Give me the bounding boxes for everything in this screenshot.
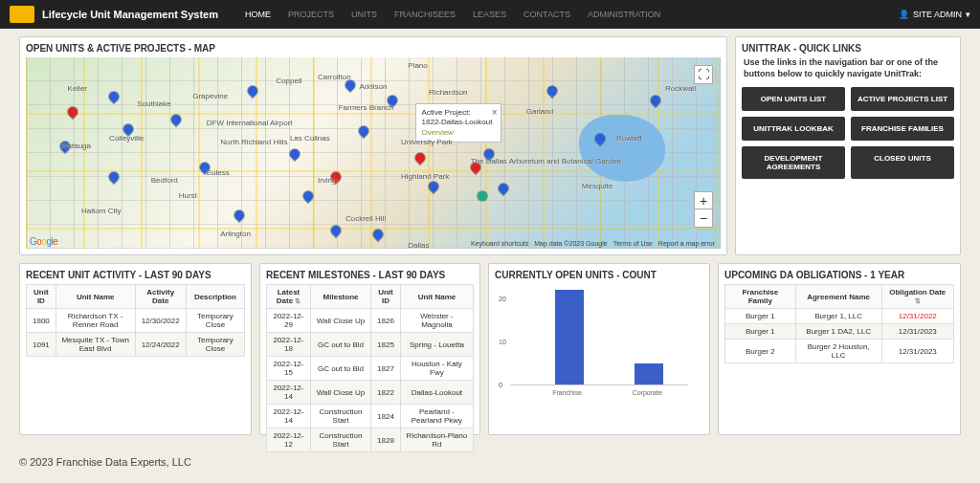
col-header[interactable]: Unit Name <box>56 285 135 309</box>
map-pin[interactable] <box>357 124 370 138</box>
map-pin[interactable] <box>301 189 315 203</box>
ql-closed-units[interactable]: CLOSED UNITS <box>851 146 954 179</box>
map-pin[interactable] <box>288 147 301 161</box>
map-pin[interactable] <box>329 224 343 237</box>
table-row[interactable]: 2022-12-14Construction Start1824Pearland… <box>267 405 474 428</box>
col-header[interactable]: Latest Date <box>267 285 311 309</box>
y-tick: 20 <box>499 296 506 302</box>
map-label: Plano <box>408 61 427 70</box>
cell: 1091 <box>27 333 56 357</box>
nav-contacts[interactable]: CONTACTS <box>516 4 578 25</box>
map-label: Hurst <box>179 191 197 200</box>
cell: Construction Start <box>310 405 370 428</box>
milestones-panel: RECENT MILESTONES - LAST 90 DAYS Latest … <box>259 263 480 435</box>
cell: GC out to Bid <box>310 357 370 381</box>
cell: 2022-12-29 <box>267 309 311 333</box>
caret-down-icon: ▾ <box>966 10 970 19</box>
cell: 1827 <box>371 357 401 381</box>
ql-open-units-list[interactable]: OPEN UNITS LIST <box>742 87 845 111</box>
ql-unittrak-lookbak[interactable]: UNITTRAK LOOKBAK <box>742 117 845 141</box>
popup-overview-link[interactable]: Overview <box>422 128 495 138</box>
nav-units[interactable]: UNITS <box>344 4 385 25</box>
map-label: Colleyville <box>109 134 144 143</box>
map-label: Las Colinas <box>290 134 330 143</box>
cell: Burger 1 <box>725 309 796 324</box>
map-pin[interactable] <box>412 151 426 165</box>
col-header[interactable]: Unit Name <box>400 285 473 309</box>
map-pin[interactable] <box>169 113 183 126</box>
map-footer-link[interactable]: Keyboard shortcuts <box>471 240 528 247</box>
map-label: DFW International Airport <box>207 119 293 127</box>
map-footer-link[interactable]: Map data ©2023 Google <box>534 240 607 247</box>
map-label: Carrollton <box>318 73 351 81</box>
app-logo <box>10 6 34 23</box>
milestones-title: RECENT MILESTONES - LAST 90 DAYS <box>266 270 474 280</box>
nav-franchisees[interactable]: FRANCHISEES <box>387 4 463 25</box>
da-title: UPCOMING DA OBLIGATIONS - 1 YEAR <box>724 270 954 280</box>
map-pin[interactable] <box>246 84 259 98</box>
ql-active-projects-list[interactable]: ACTIVE PROJECTS LIST <box>851 87 954 111</box>
map-label: Arlington <box>220 230 251 238</box>
table-row[interactable]: 1091Mesquite TX - Town East Blvd12/24/20… <box>27 333 245 357</box>
map-pin[interactable] <box>65 105 78 119</box>
col-header[interactable]: Unit ID <box>371 285 401 309</box>
table-row[interactable]: 1800Richardson TX - Renner Road12/30/202… <box>27 309 245 333</box>
zoom-in-button[interactable]: + <box>695 192 712 209</box>
cell: Construction Start <box>310 428 370 452</box>
cell: Mesquite TX - Town East Blvd <box>56 333 135 357</box>
popup-title: Active Project: <box>422 108 495 118</box>
nav-list: HOMEPROJECTSUNITSFRANCHISEESLEASESCONTAC… <box>237 4 668 25</box>
map-footer-link[interactable]: Terms of Use <box>613 240 653 247</box>
user-menu[interactable]: 👤 SITE ADMIN ▾ <box>899 10 970 19</box>
map-label: Dallas <box>408 241 429 249</box>
map-pin[interactable] <box>478 191 487 201</box>
col-header[interactable]: Franchise Family <box>725 285 796 309</box>
table-row[interactable]: 2022-12-15GC out to Bid1827Houston - Kat… <box>267 357 474 381</box>
map-pin[interactable] <box>427 180 440 193</box>
quicklinks-instruction: Use the links in the navigation bar or o… <box>744 57 952 79</box>
col-header[interactable]: Unit ID <box>27 285 56 309</box>
table-row[interactable]: Burger 1Burger 1, LLC12/31/2022 <box>725 309 954 324</box>
zoom-out-button[interactable]: − <box>695 209 712 227</box>
map-pin[interactable] <box>497 182 510 195</box>
col-header[interactable]: Obligation Date <box>881 285 953 309</box>
map-pin[interactable] <box>107 90 121 103</box>
nav-home[interactable]: HOME <box>237 4 278 25</box>
fullscreen-button[interactable]: ⛶ <box>694 65 713 84</box>
map-label: Irving <box>318 176 337 185</box>
table-row[interactable]: Burger 1Burger 1 DA2, LLC12/31/2023 <box>725 324 954 340</box>
nav-leases[interactable]: LEASES <box>465 4 514 25</box>
cell: 2022-12-14 <box>267 405 311 428</box>
table-row[interactable]: 2022-12-14Wall Close Up1822Dallas-Lookou… <box>267 381 474 405</box>
recent-activity-title: RECENT UNIT ACTIVITY - LAST 90 DAYS <box>26 270 245 280</box>
map-pin[interactable] <box>371 228 385 241</box>
col-header[interactable]: Milestone <box>310 285 370 309</box>
nav-projects[interactable]: PROJECTS <box>280 4 342 25</box>
ql-franchise-families[interactable]: FRANCHISE FAMILIES <box>851 117 954 141</box>
map-pin[interactable] <box>233 209 246 222</box>
map-pin[interactable] <box>107 170 121 184</box>
map-label: Rowlett <box>616 134 642 143</box>
nav-administration[interactable]: ADMINISTRATION <box>580 4 668 25</box>
map-label: Addison <box>359 82 387 91</box>
cell: 12/31/2022 <box>881 309 953 324</box>
col-header[interactable]: Description <box>186 285 244 309</box>
col-header[interactable]: Activity Date <box>135 285 186 309</box>
table-row[interactable]: 2022-12-29Wall Close Up1826Webster - Mag… <box>267 309 474 333</box>
col-header[interactable]: Agreement Name <box>795 285 881 309</box>
table-row[interactable]: Burger 2Burger 2 Houston, LLC12/31/2023 <box>725 340 954 363</box>
map-canvas[interactable]: × Active Project: 1822-Dallas-Lookout Ov… <box>26 57 721 249</box>
map-pin[interactable] <box>649 94 662 107</box>
ql-development-agreements[interactable]: DEVELOPMENT AGREEMENTS <box>742 146 845 179</box>
map-footer-link[interactable]: Report a map error <box>658 240 715 247</box>
close-icon[interactable]: × <box>492 106 498 119</box>
table-row[interactable]: 2022-12-12Construction Start1828Richards… <box>267 428 474 452</box>
recent-activity-panel: RECENT UNIT ACTIVITY - LAST 90 DAYS Unit… <box>19 263 252 435</box>
cell: 12/31/2023 <box>881 324 953 340</box>
y-tick: 0 <box>499 382 502 388</box>
table-row[interactable]: 2022-12-18GC out to Bid1825Spring - Loue… <box>267 333 474 357</box>
cell: Wall Close Up <box>310 381 370 405</box>
cell: Dallas-Lookout <box>400 381 473 405</box>
map-pin[interactable] <box>545 84 558 98</box>
cell: Burger 1, LLC <box>795 309 881 324</box>
